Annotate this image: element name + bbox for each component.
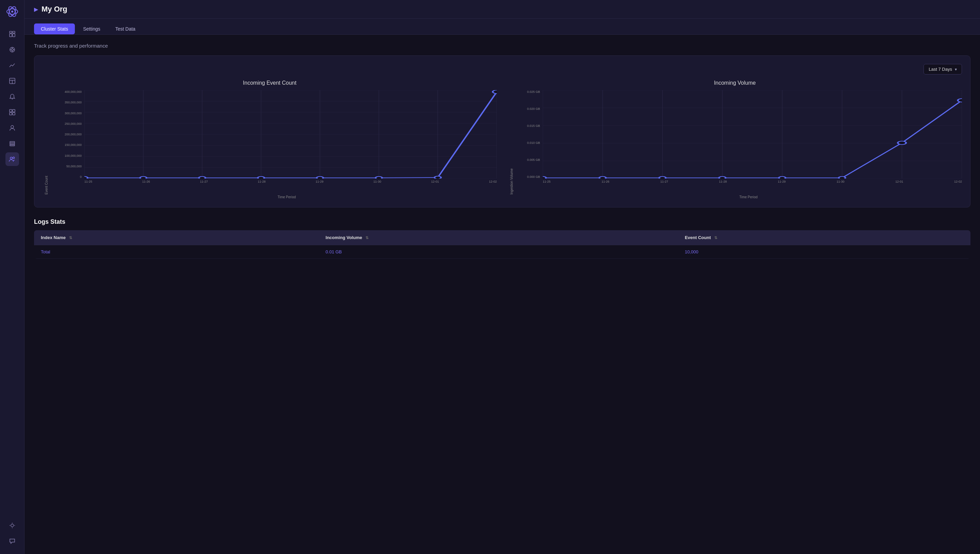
svg-point-57 — [493, 90, 497, 94]
y-tick: 0.005 GB — [527, 158, 540, 162]
x-tick: 12-01 — [895, 180, 903, 183]
chat-icon[interactable] — [5, 534, 19, 548]
svg-point-3 — [11, 11, 13, 13]
svg-point-27 — [13, 157, 14, 159]
svg-rect-20 — [10, 113, 12, 115]
app-logo[interactable] — [5, 4, 20, 19]
x-tick: 12-01 — [431, 180, 439, 183]
svg-point-79 — [958, 99, 962, 102]
x-tick: 11-29 — [316, 180, 323, 183]
chart-container: Last 7 Days ▾ Incoming Event Count Event… — [34, 56, 970, 207]
volume-chart: Incoming Volume Ingestion Volume 0.025 G… — [508, 80, 962, 199]
theme-icon[interactable] — [5, 519, 19, 532]
y-tick: 50,000,000 — [66, 165, 82, 168]
page-content: Track progress and performance Last 7 Da… — [24, 35, 980, 554]
logs-stats-table: Index Name ⇅ Incoming Volume ⇅ Event Cou… — [34, 230, 970, 259]
cell-event-count: 10,000 — [678, 245, 970, 259]
col-event-count[interactable]: Event Count ⇅ — [678, 230, 970, 245]
volume-x-label: Time Period — [508, 195, 962, 199]
y-tick: 0.015 GB — [527, 124, 540, 127]
main-content: ▶ My Org Cluster Stats Settings Test Dat… — [24, 0, 980, 554]
x-tick: 11-28 — [258, 180, 266, 183]
x-tick: 11-30 — [373, 180, 381, 183]
event-count-chart: Incoming Event Count Event Count 400,000… — [43, 80, 497, 199]
users-icon[interactable] — [5, 152, 19, 166]
bell-icon[interactable] — [5, 90, 19, 103]
col-index-name[interactable]: Index Name ⇅ — [34, 230, 319, 245]
chart-header: Last 7 Days ▾ — [43, 64, 962, 75]
tab-settings[interactable]: Settings — [76, 24, 107, 34]
x-tick: 11-26 — [142, 180, 150, 183]
svg-point-78 — [898, 141, 906, 145]
charts-row: Incoming Event Count Event Count 400,000… — [43, 80, 962, 199]
tab-cluster-stats[interactable]: Cluster Stats — [34, 24, 75, 34]
event-count-x-label: Time Period — [43, 195, 497, 199]
svg-point-22 — [11, 126, 14, 128]
logs-stats-title: Logs Stats — [34, 218, 970, 226]
y-tick: 300,000,000 — [65, 111, 82, 115]
y-tick: 0.020 GB — [527, 107, 540, 110]
tab-bar: Cluster Stats Settings Test Data — [24, 19, 980, 35]
date-filter-dropdown[interactable]: Last 7 Days ▾ — [924, 64, 962, 75]
y-tick: 350,000,000 — [65, 101, 82, 104]
network-icon[interactable] — [5, 43, 19, 56]
chevron-down-icon: ▾ — [955, 67, 957, 72]
table-row: Total 0.01 GB 10,000 — [34, 245, 970, 259]
volume-svg — [543, 90, 962, 178]
y-tick: 250,000,000 — [65, 122, 82, 126]
y-tick: 0 — [80, 175, 82, 178]
svg-point-26 — [10, 157, 12, 159]
event-count-y-label: Event Count — [43, 90, 50, 194]
sort-icon: ⇅ — [69, 236, 72, 240]
y-tick: 400,000,000 — [65, 90, 82, 94]
dashboard-icon[interactable] — [5, 27, 19, 41]
col-incoming-volume[interactable]: Incoming Volume ⇅ — [319, 230, 678, 245]
x-tick: 11-25 — [543, 180, 551, 183]
person-icon[interactable] — [5, 121, 19, 135]
x-tick: 11-27 — [660, 180, 668, 183]
y-tick: 200,000,000 — [65, 133, 82, 136]
y-tick: 0.025 GB — [527, 90, 540, 94]
event-count-body: 400,000,000 350,000,000 300,000,000 250,… — [50, 90, 497, 189]
event-count-svg — [84, 90, 497, 178]
breadcrumb-arrow: ▶ — [34, 6, 38, 13]
svg-rect-6 — [10, 33, 12, 37]
cell-index-name: Total — [34, 245, 319, 259]
y-tick: 100,000,000 — [65, 154, 82, 158]
sort-icon: ⇅ — [714, 236, 717, 240]
chart-icon[interactable] — [5, 59, 19, 72]
table-header-row: Index Name ⇅ Incoming Volume ⇅ Event Cou… — [34, 230, 970, 245]
svg-rect-18 — [10, 110, 12, 112]
x-tick: 11-29 — [778, 180, 786, 183]
page-subtitle: Track progress and performance — [34, 43, 970, 49]
date-filter-label: Last 7 Days — [929, 67, 952, 72]
x-tick: 11-26 — [602, 180, 609, 183]
svg-rect-5 — [13, 31, 15, 33]
y-tick: 0.000 GB — [527, 175, 540, 178]
svg-rect-21 — [13, 113, 15, 115]
svg-rect-25 — [10, 145, 14, 146]
volume-body: 0.025 GB 0.020 GB 0.015 GB 0.010 GB 0.00… — [516, 90, 962, 189]
svg-rect-19 — [13, 110, 15, 112]
svg-point-9 — [11, 49, 13, 51]
x-tick: 12-02 — [489, 180, 497, 183]
svg-point-28 — [11, 524, 14, 527]
page-header: ▶ My Org — [24, 0, 980, 19]
volume-area: Ingestion Volume 0.025 GB 0.020 GB 0.015… — [508, 90, 962, 199]
sidebar — [0, 0, 24, 554]
svg-rect-24 — [10, 143, 14, 145]
svg-rect-4 — [10, 31, 12, 33]
volume-y-label: Ingestion Volume — [508, 90, 516, 194]
sort-icon: ⇅ — [365, 236, 368, 240]
storage-icon[interactable] — [5, 137, 19, 150]
sidebar-bottom — [5, 519, 19, 550]
widgets-icon[interactable] — [5, 105, 19, 119]
svg-rect-23 — [10, 142, 14, 143]
svg-point-56 — [435, 176, 441, 178]
svg-rect-7 — [13, 33, 15, 37]
y-tick: 0.010 GB — [527, 141, 540, 145]
x-tick: 11-25 — [84, 180, 92, 183]
layout-icon[interactable] — [5, 74, 19, 88]
tab-test-data[interactable]: Test Data — [108, 24, 142, 34]
x-tick: 11-28 — [719, 180, 727, 183]
